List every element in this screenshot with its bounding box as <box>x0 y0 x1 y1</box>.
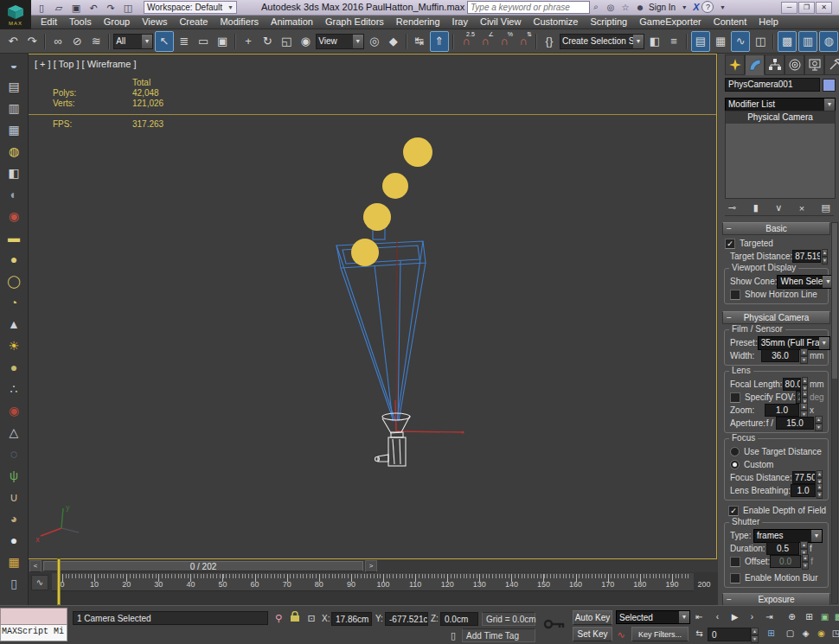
application-menu-button[interactable]: MAX <box>0 0 31 29</box>
zoom-field[interactable]: 1.0 <box>765 404 799 417</box>
named-selection-sets-button[interactable]: {} ▼ <box>541 32 558 51</box>
percent-snap-button[interactable]: ∩ % ▼ <box>496 32 513 51</box>
selection-filter-dropdown[interactable]: All ▼ <box>113 34 153 49</box>
key-mode-toggle-icon[interactable]: ⇆ <box>691 627 708 641</box>
preset-dropdown[interactable]: 35mm (Full Frame) ▼ <box>758 336 830 350</box>
menu-item[interactable]: Edit <box>35 16 63 27</box>
mini-curve-editor-icon[interactable]: ∿ <box>31 575 48 590</box>
aperture-field[interactable]: 15.0 <box>776 417 814 430</box>
teapot-icon[interactable]: ◒ <box>3 54 25 75</box>
shutter-type-dropdown[interactable]: frames ▼ <box>753 529 823 543</box>
custom-focus-radio[interactable] <box>730 460 740 469</box>
select-and-link-button[interactable]: ∞ ▼ <box>49 32 67 51</box>
menu-item[interactable]: Group <box>98 16 137 27</box>
specify-fov-checkbox[interactable] <box>730 392 740 403</box>
select-by-name-button[interactable]: ≣ ▼ <box>176 32 193 51</box>
add-time-tag-button[interactable]: Add Time Tag <box>462 628 535 642</box>
camera-frustum-wireframe[interactable] <box>336 227 426 421</box>
rollout-header-basic[interactable]: − Basic <box>722 222 830 235</box>
schematic-view-button[interactable]: ◫ ▼ <box>752 32 769 51</box>
menu-item[interactable]: Content <box>708 16 753 27</box>
absolute-offset-mode-icon[interactable]: ⊡ <box>304 611 318 625</box>
undo-button[interactable]: ↶ ▼ <box>4 32 22 51</box>
favorites-star-icon[interactable]: ☆ <box>619 3 631 12</box>
unlink-selection-button[interactable]: ⊘ ▼ <box>68 32 86 51</box>
clipboard-icon[interactable]: ▯ <box>3 572 25 594</box>
yellow-plane-icon[interactable]: ▬ <box>3 226 25 248</box>
x-coordinate-field[interactable]: 17.86cm <box>331 612 372 626</box>
olive-sphere-icon[interactable]: ● <box>3 356 25 378</box>
close-button[interactable]: ✕ <box>816 2 832 14</box>
zoom-spinner[interactable]: ▲▼ <box>800 403 808 418</box>
focal-length-field[interactable]: 80.0 <box>783 378 801 391</box>
select-and-scale-button[interactable]: ◱ ▼ <box>278 32 295 51</box>
rectangular-selection-region-button[interactable]: ▭ ▼ <box>195 32 212 51</box>
tab-utilities[interactable] <box>824 54 839 75</box>
scrollbar-thumb[interactable] <box>832 223 837 379</box>
modifier-list-dropdown[interactable]: Modifier List ▼ <box>725 98 836 112</box>
bind-to-space-warp-button[interactable]: ≋ ▼ <box>87 32 105 51</box>
maxscript-listener-pane[interactable]: MAXScript Mi <box>0 625 67 641</box>
time-configuration-icon[interactable]: ⊞ <box>763 627 779 641</box>
menu-item[interactable]: Create <box>173 16 214 27</box>
render-window-icon[interactable]: ▤ <box>3 75 25 97</box>
select-and-place-button[interactable]: ◉ ▼ <box>297 32 314 51</box>
menu-item[interactable]: Views <box>136 16 173 27</box>
tab-hierarchy[interactable] <box>765 54 785 75</box>
viewport-top[interactable]: x y [ + ] [ Top ] [ Wireframe ] Total Po… <box>28 54 717 559</box>
lightbulb-note-icon[interactable]: ◍ <box>3 140 25 162</box>
sign-in-button[interactable]: Sign In <box>649 3 676 12</box>
show-horizon-line-checkbox[interactable] <box>730 290 740 300</box>
tab-motion[interactable] <box>785 54 804 75</box>
current-frame-field[interactable]: 0 <box>708 628 751 641</box>
viewport-label[interactable]: [ + ] [ Top ] [ Wireframe ] <box>35 59 136 69</box>
undo-icon[interactable]: ↶ <box>86 2 100 14</box>
previous-frame-button[interactable]: ‹ <box>709 610 726 624</box>
rollout-header-exposure[interactable]: − Exposure <box>722 593 830 605</box>
menu-item[interactable]: Iray <box>446 16 474 27</box>
menu-item[interactable]: Help <box>753 16 785 27</box>
menu-item[interactable]: Graph Editors <box>319 16 390 27</box>
maximize-viewport-toggle-icon[interactable]: ◳ <box>828 627 839 641</box>
use-target-distance-radio[interactable] <box>730 447 740 456</box>
zoom-extents-all-icon[interactable]: ▩ <box>830 610 839 624</box>
search-input[interactable] <box>467 1 590 14</box>
enable-motion-blur-checkbox[interactable] <box>730 573 740 583</box>
white-sphere-icon[interactable]: ● <box>3 529 25 551</box>
cone-icon[interactable]: ▲ <box>3 313 25 335</box>
physical-camera-object[interactable] <box>375 413 411 466</box>
auto-key-button[interactable]: Auto Key <box>573 610 612 625</box>
command-panel-scrollbar[interactable] <box>831 222 838 604</box>
red-camera-icon[interactable]: ◉ <box>3 205 25 226</box>
hand-hf-icon[interactable]: ∪ <box>3 486 25 507</box>
mirror-button[interactable]: ◧ ▼ <box>646 32 663 51</box>
targeted-checkbox[interactable] <box>725 239 735 249</box>
focus-distance-field[interactable]: 77.508cm <box>792 471 816 484</box>
lens-breathing-spinner[interactable]: ▲▼ <box>817 483 823 499</box>
chevron-down-icon[interactable]: ▼ <box>678 4 690 10</box>
communication-center-icon[interactable]: ◎ <box>605 3 617 12</box>
key-filters-button[interactable]: Key Filters... <box>631 627 688 641</box>
restore-button[interactable]: ❐ <box>798 2 815 14</box>
modifier-stack[interactable]: Physical Camera <box>725 111 836 199</box>
offset-checkbox[interactable] <box>730 557 740 567</box>
save-file-icon[interactable]: ▣ <box>69 2 83 14</box>
workspace-dropdown[interactable]: Workspace: Default ▼ <box>144 1 237 14</box>
render-production-button[interactable]: ◍ ▼ <box>819 31 838 52</box>
track-bar-ruler[interactable]: 0102030405060708090100110120130140150160… <box>52 573 694 591</box>
z-coordinate-field[interactable]: 0.0cm <box>440 612 478 626</box>
menu-item[interactable]: Rendering <box>390 16 446 27</box>
time-slider-marker[interactable] <box>57 558 61 605</box>
new-file-icon[interactable]: ▯ <box>35 2 48 14</box>
zoom-all-icon[interactable]: ⊞ <box>801 610 817 624</box>
stack-item-physical-camera[interactable]: Physical Camera <box>726 112 835 124</box>
pin-stack-icon[interactable]: ⊸ <box>728 202 736 214</box>
connect-spheres-icon[interactable]: ◉ <box>3 399 25 421</box>
default-tangents-icon[interactable]: ∿ <box>614 628 628 641</box>
help-icon[interactable]: ? <box>701 1 714 13</box>
redo-icon[interactable]: ↷ <box>104 2 118 14</box>
user-icon[interactable]: ☻ <box>634 3 646 12</box>
selection-lock-icon[interactable] <box>288 611 302 625</box>
scatter-icon[interactable]: ∴ <box>3 378 25 399</box>
spreadsheet-icon[interactable]: ▦ <box>3 118 25 140</box>
